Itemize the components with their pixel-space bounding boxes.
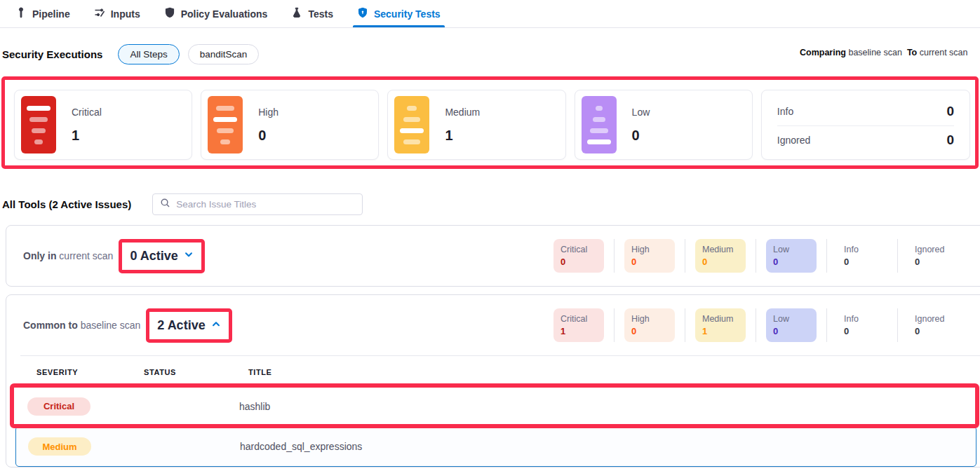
only-in-current-row: Only in current scan 0 Active Critical0 … (6, 226, 980, 286)
chip-ignored: Ignored0 (908, 308, 958, 342)
chip-divider (897, 308, 898, 342)
severity-badge-critical: Critical (27, 397, 90, 416)
card-high-count: 0 (258, 128, 278, 144)
column-title: TITLE (248, 368, 980, 376)
chip-divider (614, 239, 615, 273)
ignored-count: 0 (946, 132, 954, 148)
comparing-text: Comparing baseline scan To current scan (800, 48, 967, 57)
chip-low: Low0 (766, 308, 817, 342)
chip-critical: Critical0 (553, 239, 604, 273)
section-common-to-baseline: Common to baseline scan 2 Active Critica… (6, 294, 980, 467)
severity-badge-medium: Medium (28, 437, 91, 456)
issue-search-box[interactable] (152, 193, 363, 215)
tab-pipeline[interactable]: Pipeline (15, 0, 70, 27)
card-info-ignored[interactable]: Info 0 Ignored 0 (761, 90, 970, 160)
security-shield-icon (357, 7, 368, 20)
summary-cards: Critical 1 High 0 Medium 1 (14, 90, 970, 160)
active-count-label: 0 Active (130, 249, 177, 264)
card-critical-count: 1 (72, 128, 102, 144)
tab-tests[interactable]: Tests (291, 0, 333, 27)
comparing-current: current scan (920, 48, 968, 57)
tab-pipeline-label: Pipeline (32, 8, 70, 20)
table-row-hardcoded-sql[interactable]: Medium hardcoded_sql_expressions (15, 426, 976, 467)
only-in-current-label: Only in current scan (23, 250, 113, 261)
chevron-down-icon (184, 250, 194, 262)
shield-check-icon (164, 7, 175, 20)
all-tools-header: All Tools (2 Active Issues) (2, 193, 980, 215)
table-row-hashlib[interactable]: Critical hashlib (15, 386, 976, 426)
info-line: Info 0 (777, 97, 954, 125)
tab-security-tests[interactable]: Security Tests (357, 0, 441, 27)
common-to-baseline-row: Common to baseline scan 2 Active Critica… (6, 295, 980, 355)
chip-medium: Medium1 (695, 308, 746, 342)
comparing-prefix: Comparing (800, 48, 846, 57)
issues-table-body: Critical hashlib Medium hardcoded_sql_ex… (15, 386, 976, 467)
filter-all-steps[interactable]: All Steps (118, 44, 179, 64)
pipeline-icon (15, 7, 27, 20)
issue-title: hardcoded_sql_expressions (240, 441, 976, 452)
tab-inputs[interactable]: Inputs (94, 0, 140, 27)
column-status: STATUS (144, 368, 248, 376)
chip-divider (826, 239, 827, 273)
search-input[interactable] (176, 199, 355, 210)
comparing-to: To (907, 48, 917, 57)
card-low-count: 0 (632, 128, 650, 144)
only-in-current-active-toggle[interactable]: 0 Active (123, 245, 200, 268)
ignored-label: Ignored (777, 135, 810, 146)
chip-divider (614, 308, 615, 342)
severity-high-icon (208, 96, 243, 153)
issues-table-header: SEVERITY STATUS TITLE (6, 356, 980, 386)
severity-medium-icon (394, 96, 429, 153)
active-count-label: 2 Active (157, 318, 205, 333)
tab-policy-evaluations[interactable]: Policy Evaluations (164, 0, 268, 27)
flask-icon (291, 7, 302, 20)
tab-policy-evaluations-label: Policy Evaluations (181, 8, 268, 20)
column-severity: SEVERITY (36, 368, 144, 376)
all-tools-title: All Tools (2 Active Issues) (2, 198, 131, 210)
card-high[interactable]: High 0 (201, 90, 379, 160)
chip-divider (826, 308, 827, 342)
card-high-label: High (258, 107, 278, 118)
severity-low-icon (582, 96, 617, 153)
card-low[interactable]: Low 0 (575, 90, 753, 160)
chip-divider (685, 308, 685, 342)
chip-info: Info0 (837, 239, 887, 273)
tab-inputs-label: Inputs (111, 8, 140, 20)
chip-high: High0 (624, 308, 675, 342)
chip-divider (756, 308, 756, 342)
chip-critical: Critical1 (553, 308, 604, 342)
security-tests-page: Pipeline Inputs Policy Evaluations Tests… (0, 0, 980, 471)
tab-tests-label: Tests (308, 8, 333, 20)
chip-divider (685, 239, 685, 273)
card-medium-label: Medium (445, 107, 480, 118)
info-count: 0 (946, 104, 954, 119)
comparing-baseline: baseline scan (848, 48, 901, 57)
filter-banditscan[interactable]: banditScan (188, 44, 260, 64)
card-critical[interactable]: Critical 1 (14, 90, 192, 160)
tab-security-tests-label: Security Tests (374, 8, 441, 20)
card-medium[interactable]: Medium 1 (387, 90, 565, 160)
chip-ignored: Ignored0 (908, 239, 958, 273)
only-in-current-chips: Critical0 High0 Medium0 Low0 Info0 (553, 239, 958, 273)
chip-medium: Medium0 (695, 239, 746, 273)
card-critical-label: Critical (72, 107, 102, 118)
ignored-line: Ignored 0 (777, 126, 954, 154)
pipeline-tab-bar: Pipeline Inputs Policy Evaluations Tests… (0, 0, 980, 28)
page-title: Security Executions (2, 48, 102, 60)
inputs-icon (94, 7, 105, 20)
section-only-in-current: Only in current scan 0 Active Critical0 … (6, 225, 980, 287)
executions-header: Security Executions All Steps banditScan… (2, 43, 980, 64)
card-medium-count: 1 (445, 128, 480, 144)
chip-high: High0 (624, 239, 675, 273)
common-to-baseline-chips: Critical1 High0 Medium1 Low0 Info0 (553, 308, 958, 342)
chip-divider (756, 239, 756, 273)
severity-critical-icon (21, 96, 56, 153)
search-icon (160, 198, 170, 211)
common-to-baseline-active-toggle[interactable]: 2 Active (150, 314, 227, 337)
card-low-label: Low (632, 107, 650, 118)
step-filter-group: All Steps banditScan (118, 44, 259, 64)
chevron-up-icon (211, 319, 221, 332)
issue-title: hashlib (239, 401, 976, 412)
chip-low: Low0 (766, 239, 817, 273)
chip-divider (897, 239, 898, 273)
